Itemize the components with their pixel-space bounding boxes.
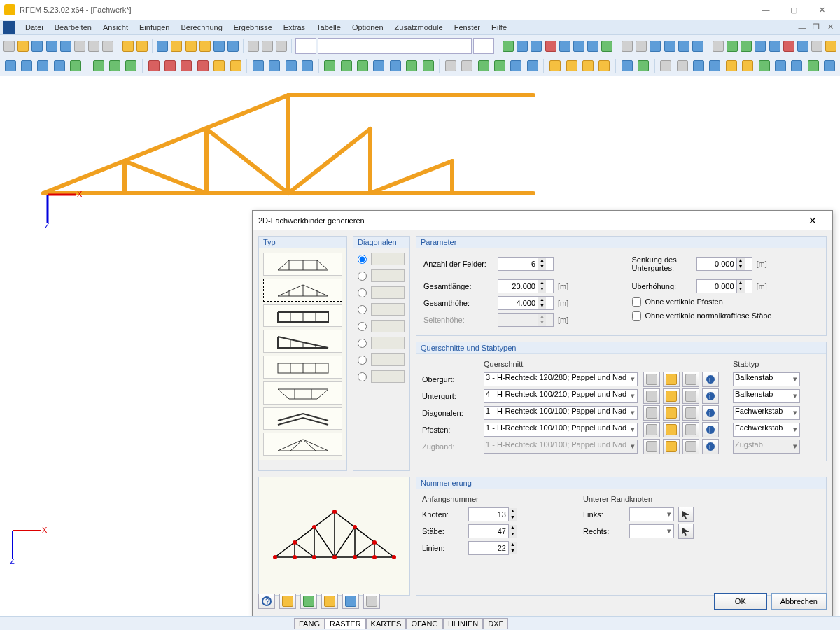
input-linien[interactable]: ▲▼	[468, 541, 509, 555]
tb2-c2-icon[interactable]	[267, 58, 282, 74]
stabtyp-select[interactable]: Fachwerkstab	[733, 423, 800, 437]
tb2-g5-icon[interactable]	[388, 58, 402, 74]
diag-option-6[interactable]	[358, 337, 405, 349]
tb-grid3-icon[interactable]	[649, 38, 662, 54]
tb-m1-icon[interactable]	[712, 38, 724, 54]
tb-react-icon[interactable]	[601, 38, 613, 54]
input-knoten[interactable]: ▲▼	[468, 507, 509, 522]
tb2-v5-icon[interactable]	[509, 58, 524, 74]
tb-lc-next[interactable]	[473, 38, 494, 54]
section-edit-button[interactable]	[682, 388, 699, 404]
dlg-settings-button[interactable]	[363, 594, 380, 609]
tb2-v2-icon[interactable]	[460, 58, 475, 74]
section-edit-button[interactable]	[682, 422, 699, 438]
section-info-button[interactable]: i	[702, 405, 719, 421]
maximize-button[interactable]: ▢	[780, 1, 808, 19]
menu-berechnung[interactable]: Berechnung	[175, 22, 227, 33]
section-select[interactable]: 4 - H-Rechteck 100/210; Pappel und Nad	[484, 389, 638, 403]
section-library-button[interactable]	[643, 388, 660, 404]
tb-disk-icon[interactable]	[59, 38, 72, 54]
dlg-units-button[interactable]	[300, 594, 317, 609]
tb2-t6-icon[interactable]	[741, 58, 755, 74]
tb2-ld2-icon[interactable]	[162, 58, 177, 74]
tb-m7-icon[interactable]	[797, 38, 809, 54]
app-menu-icon[interactable]	[3, 21, 15, 34]
menu-hilfe[interactable]: Hilfe	[486, 22, 512, 33]
input-ueberhoehung[interactable]: ▲▼	[696, 279, 752, 293]
tb-view-icon[interactable]	[213, 38, 225, 54]
tb2-g2-icon[interactable]	[339, 58, 354, 74]
minimize-button[interactable]: —	[752, 1, 780, 19]
cancel-button[interactable]: Abbrechen	[771, 593, 827, 610]
tb2-node-icon[interactable]	[3, 58, 18, 74]
typ-item-4[interactable]	[263, 330, 342, 353]
tb-table-icon[interactable]	[247, 38, 260, 54]
menu-fenster[interactable]: Fenster	[449, 22, 486, 33]
tb2-v3-icon[interactable]	[476, 58, 491, 74]
tb2-t2-icon[interactable]	[675, 58, 690, 74]
tb2-c1-icon[interactable]	[251, 58, 265, 74]
tb-grid2-icon[interactable]	[635, 38, 648, 54]
status-tab-kartes[interactable]: KARTES	[366, 618, 407, 629]
section-select[interactable]: 3 - H-Rechteck 120/280; Pappel und Nad	[484, 372, 638, 386]
status-tab-raster[interactable]: RASTER	[325, 618, 366, 629]
typ-item-3[interactable]	[263, 304, 342, 328]
pick-rechts-button[interactable]	[678, 524, 694, 539]
input-staebe[interactable]: ▲▼	[468, 524, 509, 538]
close-button[interactable]: ✕	[808, 1, 836, 19]
tb2-t8-icon[interactable]	[773, 58, 788, 74]
tb-grid6-icon[interactable]	[692, 38, 704, 54]
typ-item-1[interactable]	[263, 253, 342, 276]
section-new-button[interactable]	[663, 388, 680, 404]
tb2-ax1-icon[interactable]	[547, 58, 562, 74]
section-info-button[interactable]: i	[702, 388, 719, 404]
tb2-g3-icon[interactable]	[355, 58, 370, 74]
tb-lc-prev[interactable]	[295, 38, 316, 54]
menu-zusatzmodule[interactable]: Zusatzmodule	[389, 22, 449, 33]
diag-option-2[interactable]	[358, 270, 405, 282]
checkbox-ohne-nkstaebe[interactable]: Ohne vertikale normalkraftlose Stäbe	[632, 309, 820, 323]
tb-m2-icon[interactable]	[726, 38, 738, 54]
diag-option-3[interactable]	[358, 286, 405, 299]
dlg-help-button[interactable]: ?	[258, 594, 275, 609]
tb2-g1-icon[interactable]	[323, 58, 337, 74]
section-new-button[interactable]	[663, 405, 680, 421]
tb-export-icon[interactable]	[102, 38, 114, 54]
tb2-t1-icon[interactable]	[659, 58, 673, 74]
dialog-close-button[interactable]: ✕	[799, 215, 827, 226]
tb2-sup1-icon[interactable]	[91, 58, 106, 74]
diag-option-5[interactable]	[358, 320, 405, 332]
tb-grid5-icon[interactable]	[678, 38, 690, 54]
section-library-button[interactable]	[643, 405, 660, 421]
mdi-close-button[interactable]: ✕	[823, 21, 837, 34]
tb2-c3-icon[interactable]	[284, 58, 298, 74]
status-tab-fang[interactable]: FANG	[294, 618, 325, 629]
tb2-ax2-icon[interactable]	[564, 58, 579, 74]
tb2-ld1-icon[interactable]	[146, 58, 161, 74]
tb2-g6-icon[interactable]	[405, 58, 419, 74]
tb2-ld5-icon[interactable]	[211, 58, 226, 74]
tb-print-icon[interactable]	[88, 38, 100, 54]
tb2-ld6-icon[interactable]	[228, 58, 243, 74]
tb2-t4-icon[interactable]	[708, 58, 722, 74]
tb-new-icon[interactable]	[3, 38, 15, 54]
tb-undo-icon[interactable]	[122, 38, 134, 54]
tb-sup-icon[interactable]	[587, 38, 599, 54]
truss-model-view[interactable]	[36, 83, 540, 223]
tb2-ax3-icon[interactable]	[580, 58, 595, 74]
tb2-t9-icon[interactable]	[790, 58, 804, 74]
typ-item-6[interactable]	[263, 382, 342, 405]
tb2-t5-icon[interactable]	[724, 58, 738, 74]
tb-results-icon[interactable]	[275, 38, 288, 54]
checkbox-ohne-vpfosten[interactable]: Ohne vertikale Pfosten	[632, 295, 820, 309]
tb-m3-icon[interactable]	[740, 38, 752, 54]
input-anzahl-felder[interactable]: ▲▼	[498, 257, 554, 271]
tb-m4-icon[interactable]	[754, 38, 766, 54]
tb2-v6-icon[interactable]	[525, 58, 540, 74]
tb-loc-icon[interactable]	[573, 38, 585, 54]
section-info-button[interactable]: i	[702, 372, 719, 387]
menu-extras[interactable]: Extras	[278, 22, 311, 33]
tb2-v4-icon[interactable]	[492, 58, 507, 74]
section-select[interactable]: 1 - H-Rechteck 100/100; Pappel und Nad	[484, 423, 638, 437]
section-edit-button[interactable]	[682, 405, 699, 421]
